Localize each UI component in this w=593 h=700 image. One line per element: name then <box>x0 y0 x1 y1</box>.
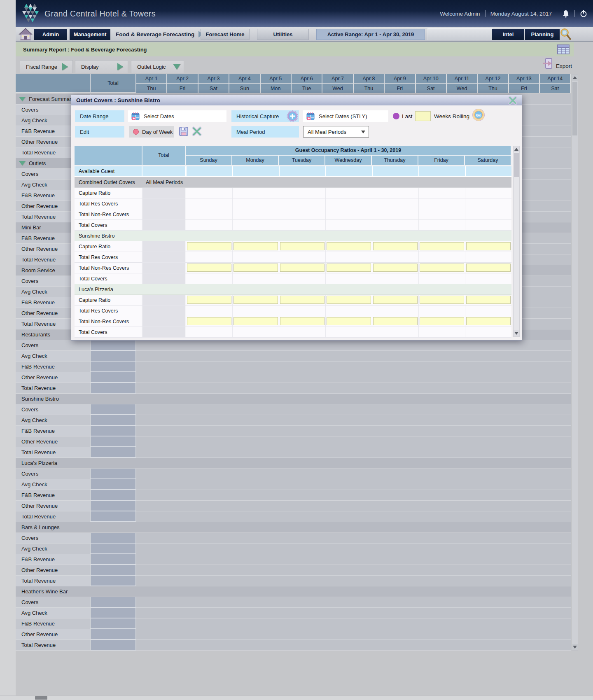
modal-row-total-cell <box>142 252 186 262</box>
notifications-bell-icon[interactable] <box>562 9 570 18</box>
header-day-cell[interactable]: Sun <box>229 84 260 93</box>
collapse-triangle-icon[interactable] <box>19 161 26 166</box>
fiscal-range-button[interactable]: Fiscal Range <box>20 60 73 73</box>
header-date-cell[interactable]: Apr 7 <box>322 74 353 84</box>
header-date-cell[interactable]: Apr 1 <box>136 74 167 84</box>
capture-input[interactable] <box>373 264 418 272</box>
capture-input[interactable] <box>420 264 464 272</box>
capture-input[interactable] <box>466 317 511 325</box>
header-date-cell[interactable]: Apr 2 <box>167 74 198 84</box>
header-day-cell[interactable]: Sat <box>198 84 229 93</box>
add-historical-capture-icon[interactable] <box>286 110 299 122</box>
capture-input[interactable] <box>420 296 464 304</box>
header-date-cell[interactable]: Apr 3 <box>198 74 229 84</box>
capture-input[interactable] <box>233 317 278 325</box>
select-dates-field[interactable]: Select Dates <box>128 110 226 122</box>
meal-period-select[interactable]: All Meal Periods <box>303 126 369 138</box>
modal-close-icon[interactable] <box>508 96 518 105</box>
header-day-cell[interactable]: Wed <box>447 84 478 93</box>
fiscal-range-arrow-icon <box>62 63 68 70</box>
header-day-cell[interactable]: Thu <box>136 84 167 93</box>
day-of-week-radio[interactable] <box>133 129 139 135</box>
nav-utilities-button[interactable]: Utilities <box>257 29 309 40</box>
header-date-cell[interactable]: Apr 12 <box>478 74 509 84</box>
header-day-cell[interactable]: Thu <box>478 84 509 93</box>
capture-input[interactable] <box>187 264 231 272</box>
capture-input[interactable] <box>373 242 418 250</box>
day-of-week-toggle[interactable]: Day of Week <box>129 126 174 138</box>
scroll-down-button[interactable] <box>572 644 578 650</box>
display-button[interactable]: Display <box>75 60 128 73</box>
header-day-cell[interactable]: Wed <box>322 84 353 93</box>
collapse-triangle-icon[interactable] <box>19 97 26 101</box>
header-date-cell[interactable]: Apr 9 <box>385 74 416 84</box>
capture-input[interactable] <box>466 296 511 304</box>
capture-input[interactable] <box>420 242 464 250</box>
active-range-button[interactable]: Active Range: Apr 1 - Apr 30, 2019 <box>316 29 425 40</box>
export-icon[interactable] <box>542 58 553 69</box>
select-dates-stly-field[interactable]: Select Dates (STLY) <box>303 110 388 122</box>
capture-input[interactable] <box>280 264 325 272</box>
capture-input[interactable] <box>466 264 511 272</box>
header-day-cell[interactable]: Fri <box>385 84 416 93</box>
header-day-cell[interactable]: Sat <box>540 84 571 93</box>
nav-planning-button[interactable]: Planning <box>525 29 560 40</box>
capture-input[interactable] <box>466 242 511 250</box>
capture-input[interactable] <box>373 317 418 325</box>
header-day-cell[interactable]: Thu <box>354 84 385 93</box>
search-magnifier-icon[interactable] <box>560 28 571 40</box>
capture-input[interactable] <box>187 296 231 304</box>
nav-management-button[interactable]: Management <box>70 29 110 40</box>
header-date-cell[interactable]: Apr 13 <box>509 74 540 84</box>
weeks-rolling-input[interactable] <box>415 111 431 121</box>
header-date-cell[interactable]: Apr 4 <box>229 74 260 84</box>
header-day-cell[interactable]: Tue <box>292 84 322 93</box>
header-date-cell[interactable]: Apr 5 <box>261 74 292 84</box>
header-date-cell[interactable]: Apr 8 <box>354 74 385 84</box>
modal-scroll-up-button[interactable] <box>514 146 519 152</box>
capture-input[interactable] <box>280 242 325 250</box>
export-button[interactable]: Export <box>556 60 572 72</box>
modal-scrollbar-thumb[interactable] <box>514 153 519 177</box>
capture-input[interactable] <box>373 296 418 304</box>
cancel-edit-icon[interactable] <box>191 126 202 137</box>
modal-scrollbar[interactable] <box>513 146 520 337</box>
header-day-cell[interactable]: Fri <box>167 84 198 93</box>
grid-view-icon[interactable] <box>557 44 570 54</box>
capture-input[interactable] <box>233 296 278 304</box>
save-icon[interactable] <box>179 126 189 136</box>
main-vertical-scrollbar[interactable] <box>572 74 578 651</box>
home-icon[interactable] <box>18 28 33 41</box>
scrollbar-thumb[interactable] <box>572 82 577 135</box>
last-radio[interactable] <box>393 113 399 119</box>
header-day-cell[interactable]: Fri <box>509 84 540 93</box>
capture-input[interactable] <box>280 296 325 304</box>
capture-input[interactable] <box>327 317 371 325</box>
capture-input[interactable] <box>233 242 278 250</box>
header-date-cell[interactable]: Apr 14 <box>540 74 571 84</box>
header-day-cell[interactable]: Mon <box>261 84 292 93</box>
modal-scroll-down-button[interactable] <box>514 330 519 336</box>
outlet-logic-button[interactable]: Outlet Logic <box>131 60 184 73</box>
go-button[interactable]: Go <box>472 109 485 121</box>
capture-input[interactable] <box>187 242 231 250</box>
nav-admin-button[interactable]: Admin <box>34 29 67 40</box>
header-date-cell[interactable]: Apr 11 <box>447 74 478 84</box>
capture-input[interactable] <box>233 264 278 272</box>
scroll-up-button[interactable] <box>572 75 578 81</box>
modal-day-cell <box>279 306 325 316</box>
power-logout-icon[interactable] <box>580 10 587 18</box>
capture-input[interactable] <box>420 317 464 325</box>
header-date-cell[interactable]: Apr 6 <box>292 74 322 84</box>
capture-input[interactable] <box>327 296 371 304</box>
nav-intel-button[interactable]: Intel <box>492 29 524 40</box>
header-date-cell[interactable]: Apr 10 <box>416 74 447 84</box>
capture-input[interactable] <box>327 242 371 250</box>
nav-forecast-home-button[interactable]: Forecast Home <box>201 29 250 40</box>
capture-input[interactable] <box>280 317 325 325</box>
hscrollbar-thumb[interactable] <box>35 696 47 700</box>
main-horizontal-scrollbar[interactable] <box>0 695 593 700</box>
capture-input[interactable] <box>327 264 371 272</box>
capture-input[interactable] <box>187 317 231 325</box>
header-day-cell[interactable]: Sat <box>416 84 447 93</box>
